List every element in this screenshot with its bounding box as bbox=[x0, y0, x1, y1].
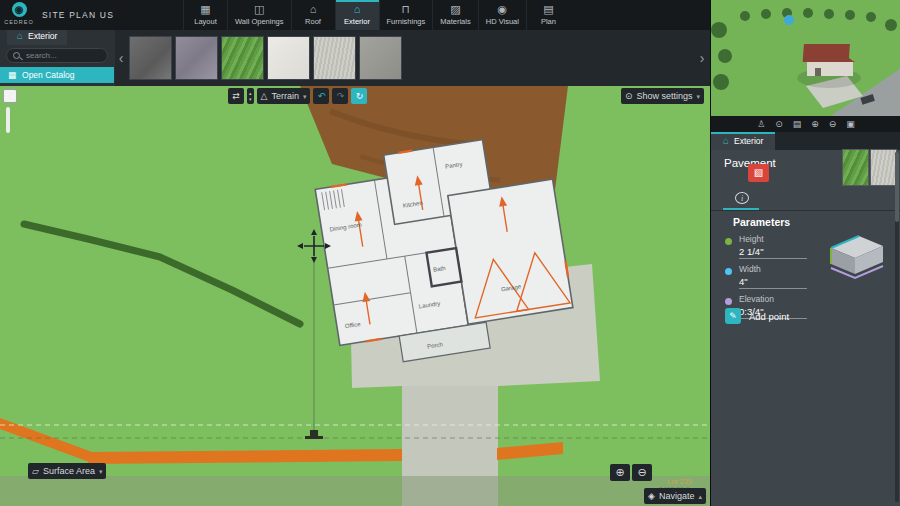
tab-hd-visual[interactable]: ◉ HD Visual bbox=[478, 0, 526, 30]
open-catalog-button[interactable]: ▦ Open Catalog bbox=[0, 67, 114, 83]
remove-texture-button[interactable]: ▧ bbox=[748, 164, 769, 182]
tab-label: Layout bbox=[194, 17, 217, 26]
zoom-out-button[interactable]: ⊖ bbox=[632, 464, 652, 481]
walkthrough-person-icon[interactable]: ♙ bbox=[757, 120, 765, 129]
zoom-in-button[interactable]: ⊕ bbox=[610, 464, 630, 481]
cedreo-logo-icon: ◉ bbox=[12, 2, 27, 17]
swatch-concrete[interactable] bbox=[870, 149, 897, 186]
hedge-line[interactable] bbox=[24, 224, 300, 324]
tab-materials[interactable]: ▨ Materials bbox=[432, 0, 477, 30]
preview-pool bbox=[784, 15, 794, 25]
view-eye-icon[interactable]: ⊙ bbox=[775, 120, 783, 129]
tab-plan[interactable]: ▤ Plan bbox=[526, 0, 570, 30]
roof-icon: ⌂ bbox=[310, 4, 317, 15]
tab-roof[interactable]: ⌂ Roof bbox=[291, 0, 335, 30]
tab-label: HD Visual bbox=[486, 17, 519, 26]
undo-button[interactable]: ↶ bbox=[313, 88, 329, 104]
width-value-field[interactable]: 4" bbox=[739, 276, 807, 289]
texture-thumb-plaster[interactable] bbox=[129, 36, 172, 80]
navigate-dropdown[interactable]: ◈ Navigate ▴ bbox=[644, 488, 706, 504]
pencil-icon: ✎ bbox=[729, 312, 737, 321]
surface-area-label: Surface Area bbox=[43, 466, 95, 476]
materials-icon: ▨ bbox=[450, 4, 460, 15]
texture-thumb-white[interactable] bbox=[267, 36, 310, 80]
chevron-down-icon: ▾ bbox=[303, 93, 307, 100]
survey-marker[interactable] bbox=[305, 430, 323, 439]
swap-view-button[interactable]: ⇄ bbox=[228, 88, 244, 104]
terrain-dropdown[interactable]: △ Terrain ▾ bbox=[257, 88, 311, 104]
site-plan-canvas[interactable]: Porch Dining room Kitchen Pantry Office … bbox=[0, 86, 710, 506]
document-title: SITE PLAN US bbox=[42, 10, 114, 20]
param-label: Width bbox=[739, 264, 825, 274]
tab-label: Roof bbox=[305, 17, 321, 26]
swatch-grass[interactable] bbox=[842, 149, 869, 186]
preview-zoom-in-icon[interactable]: ⊕ bbox=[811, 120, 819, 129]
height-value-field[interactable]: 2 1/4" bbox=[739, 246, 807, 259]
camera-icon[interactable]: ▣ bbox=[846, 120, 855, 129]
terrain-icon: △ bbox=[261, 92, 268, 101]
elevation-dot-icon bbox=[725, 298, 732, 305]
site-plan-drawing: Porch Dining room Kitchen Pantry Office … bbox=[0, 86, 710, 506]
param-label: Height bbox=[739, 234, 825, 244]
search-input[interactable] bbox=[24, 50, 101, 61]
texture-thumb-grass[interactable] bbox=[221, 36, 264, 80]
catalog-sidebar: ⌂ Exterior ▦ Open Catalog bbox=[0, 30, 115, 86]
undo-icon: ↶ bbox=[318, 92, 326, 101]
lot-border-strip[interactable] bbox=[497, 442, 563, 460]
info-icon: i bbox=[741, 194, 743, 203]
show-settings-label: Show settings bbox=[636, 91, 692, 101]
main-tabs: ▦ Layout ◫ Wall Openings ⌂ Roof ⌂ Exteri… bbox=[183, 0, 570, 30]
tab-layout[interactable]: ▦ Layout bbox=[183, 0, 227, 30]
zoom-controls: ⊕ ⊖ bbox=[610, 464, 652, 481]
preview-house bbox=[803, 44, 855, 76]
select-tool-button[interactable] bbox=[3, 89, 17, 103]
preview-3d-viewport[interactable] bbox=[711, 0, 900, 116]
pavement-slab-diagram bbox=[825, 230, 887, 294]
zoom-in-icon: ⊕ bbox=[615, 467, 624, 478]
step-down-icon: ▾ bbox=[249, 96, 252, 102]
carousel-left-icon[interactable]: ‹ bbox=[115, 51, 127, 65]
preview-zoom-out-icon[interactable]: ⊖ bbox=[829, 120, 837, 129]
add-point-button[interactable]: ✎ Add point bbox=[725, 308, 789, 324]
zoom-out-icon: ⊖ bbox=[637, 467, 646, 478]
level-stepper[interactable]: ▴ ▾ bbox=[247, 88, 254, 104]
scrollbar-thumb[interactable] bbox=[895, 152, 899, 222]
tab-label: Furnishings bbox=[387, 17, 426, 26]
panel-handle[interactable] bbox=[6, 107, 10, 133]
redo-button[interactable]: ↷ bbox=[332, 88, 348, 104]
wall-openings-icon: ◫ bbox=[254, 4, 264, 15]
house-icon: ⌂ bbox=[17, 31, 23, 41]
tab-furnishings[interactable]: ⊓ Furnishings bbox=[379, 0, 433, 30]
search-icon bbox=[13, 52, 20, 59]
app-logo: ◉ CEDREO bbox=[4, 2, 34, 29]
texture-icon: ▧ bbox=[754, 168, 763, 178]
info-tab-button[interactable]: i bbox=[735, 192, 749, 204]
logo-text: CEDREO bbox=[4, 19, 34, 25]
catalog-strip: ⌂ Exterior ▦ Open Catalog ‹ › bbox=[0, 30, 710, 86]
texture-carousel: ‹ › bbox=[115, 30, 710, 86]
carousel-right-icon[interactable]: › bbox=[696, 51, 708, 65]
inspector-tab-label: Exterior bbox=[734, 136, 763, 146]
tab-label: Materials bbox=[440, 17, 470, 26]
catalog-grid-icon: ▦ bbox=[8, 71, 16, 80]
tab-wall-openings[interactable]: ◫ Wall Openings bbox=[227, 0, 291, 30]
lot-number: Lot 239 bbox=[659, 477, 692, 486]
plan-icon: ▤ bbox=[543, 4, 553, 15]
texture-thumb-stone[interactable] bbox=[175, 36, 218, 80]
lot-border-strip[interactable] bbox=[88, 449, 402, 464]
sync-button[interactable]: ↻ bbox=[351, 88, 367, 104]
parameters-title: Parameters bbox=[733, 216, 790, 228]
surface-area-dropdown[interactable]: ▱ Surface Area ▾ bbox=[28, 463, 106, 479]
show-settings-dropdown[interactable]: ⊙ Show settings ▾ bbox=[621, 88, 704, 104]
width-dot-icon bbox=[725, 268, 732, 275]
navigate-icon: ◈ bbox=[648, 492, 655, 501]
inspector-tab-exterior[interactable]: ⌂ Exterior bbox=[711, 132, 775, 150]
divider bbox=[711, 210, 900, 211]
layers-icon[interactable]: ▤ bbox=[793, 120, 802, 129]
texture-thumb-asphalt[interactable] bbox=[359, 36, 402, 80]
chevron-down-icon: ▾ bbox=[696, 93, 700, 100]
outside-lot-area bbox=[0, 476, 710, 506]
tab-exterior[interactable]: ⌂ Exterior bbox=[335, 0, 379, 30]
texture-thumb-concrete[interactable] bbox=[313, 36, 356, 80]
panel-scrollbar[interactable] bbox=[895, 152, 899, 502]
